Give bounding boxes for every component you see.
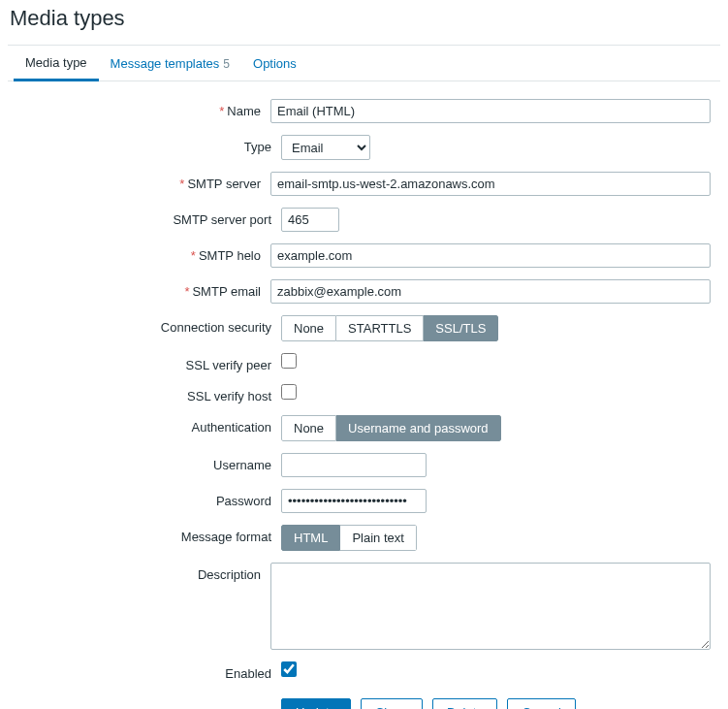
name-input[interactable] [270, 99, 711, 123]
label-enabled: Enabled [17, 661, 281, 681]
form: *Name Type Email *SMTP server SMTP serve… [8, 81, 720, 709]
tab-message-templates[interactable]: Message templates 5 [99, 47, 241, 80]
description-textarea[interactable] [270, 563, 711, 650]
form-actions: Update Clone Delete Cancel [281, 693, 711, 709]
label-authentication: Authentication [17, 415, 281, 435]
ssl-verify-peer-checkbox[interactable] [281, 353, 297, 369]
label-smtp-email: *SMTP email [17, 279, 270, 299]
clone-button[interactable]: Clone [361, 698, 423, 709]
type-select[interactable]: Email [281, 135, 370, 160]
cancel-button[interactable]: Cancel [507, 698, 575, 709]
conn-sec-ssltls[interactable]: SSL/TLS [424, 315, 498, 341]
message-format-segment: HTML Plain text [281, 525, 417, 551]
smtp-email-input[interactable] [270, 279, 711, 304]
delete-button[interactable]: Delete [432, 698, 498, 709]
form-panel: Media type Message templates 5 Options *… [8, 45, 720, 709]
tab-label: Options [253, 56, 297, 71]
label-smtp-server-port: SMTP server port [17, 208, 281, 227]
label-smtp-server: *SMTP server [17, 172, 270, 191]
auth-none[interactable]: None [281, 415, 336, 441]
msg-format-html[interactable]: HTML [281, 525, 340, 551]
password-input[interactable] [281, 489, 427, 513]
smtp-server-input[interactable] [270, 172, 711, 196]
label-ssl-verify-host: SSL verify host [17, 384, 281, 403]
tab-options[interactable]: Options [241, 47, 308, 80]
auth-username-password[interactable]: Username and password [336, 415, 501, 441]
connection-security-segment: None STARTTLS SSL/TLS [281, 315, 498, 341]
tab-media-type[interactable]: Media type [14, 46, 99, 81]
label-password: Password [17, 489, 281, 508]
ssl-verify-host-checkbox[interactable] [281, 384, 297, 400]
page-title: Media types [0, 0, 728, 45]
conn-sec-none[interactable]: None [281, 315, 336, 341]
label-smtp-helo: *SMTP helo [17, 243, 270, 263]
smtp-server-port-input[interactable] [281, 208, 339, 232]
label-username: Username [17, 453, 281, 472]
smtp-helo-input[interactable] [270, 243, 711, 268]
username-input[interactable] [281, 453, 427, 477]
update-button[interactable]: Update [281, 698, 351, 709]
enabled-checkbox[interactable] [281, 661, 297, 677]
tab-label: Message templates [111, 56, 220, 71]
label-ssl-verify-peer: SSL verify peer [17, 353, 281, 372]
label-connection-security: Connection security [17, 315, 281, 335]
tab-count: 5 [223, 57, 230, 71]
label-description: Description [17, 563, 270, 582]
tabs: Media type Message templates 5 Options [8, 46, 720, 81]
label-type: Type [17, 135, 281, 154]
conn-sec-starttls[interactable]: STARTTLS [336, 315, 424, 341]
label-name: *Name [17, 99, 270, 118]
label-message-format: Message format [17, 525, 281, 544]
authentication-segment: None Username and password [281, 415, 501, 441]
tab-label: Media type [25, 55, 87, 70]
msg-format-plaintext[interactable]: Plain text [340, 525, 416, 551]
